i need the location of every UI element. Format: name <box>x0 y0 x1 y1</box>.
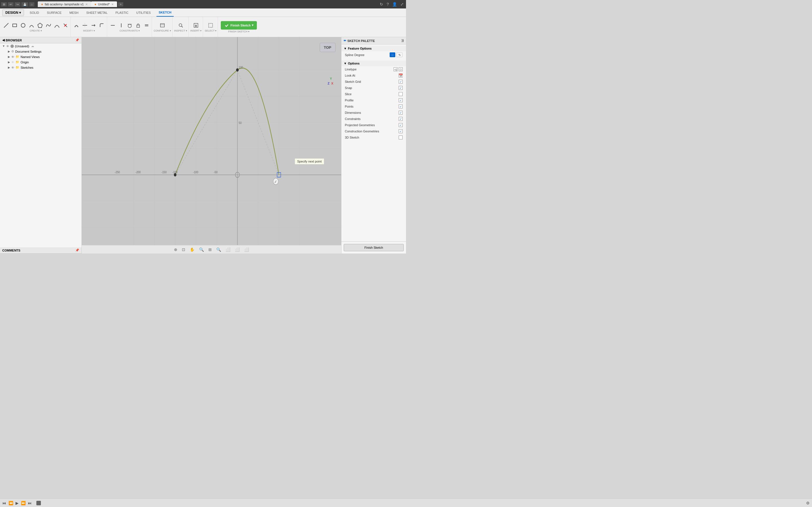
circle-tool[interactable] <box>19 22 27 29</box>
redo-button[interactable]: ↪ <box>15 2 20 6</box>
axes-indicator: Y Z X <box>327 76 333 86</box>
comments-pin-icon[interactable]: 📌 <box>75 248 79 252</box>
finish-sketch-button[interactable]: Finish Sketch ▾ <box>221 21 257 30</box>
projected-geometries-checkbox[interactable]: ✓ <box>399 123 403 127</box>
browser-collapse-icon[interactable]: ◀ <box>2 38 4 42</box>
slice-checkbox[interactable] <box>399 92 403 96</box>
zoom-in-btn[interactable]: 🔍 <box>215 247 222 252</box>
tab-untitled-close[interactable]: ✕ <box>111 3 114 6</box>
window-icon[interactable]: ⤢ <box>399 2 405 6</box>
insert-btn[interactable] <box>192 22 200 29</box>
finish-sketch-dropdown-icon[interactable]: ▾ <box>252 23 253 27</box>
undo-button[interactable]: ↩ <box>8 2 13 6</box>
constrain-horizontal[interactable] <box>109 22 117 29</box>
home-button[interactable]: ⌂ <box>29 2 35 6</box>
origin-eye-icon[interactable]: 👁 <box>11 61 14 64</box>
trim-modify-tool[interactable] <box>81 22 89 29</box>
profile-checkbox[interactable]: ✓ <box>399 98 403 102</box>
conic-tool[interactable] <box>53 22 61 29</box>
arc-tool[interactable] <box>28 22 36 29</box>
dimensions-checkbox[interactable]: ✓ <box>399 111 403 115</box>
tab-sheet-metal[interactable]: SHEET METAL <box>84 8 110 17</box>
browser-named-views[interactable]: ▶ 👁 📁 Named Views <box>0 54 82 59</box>
browser-sketches[interactable]: ▶ 👁 📁 Sketches <box>0 65 82 70</box>
browser-document-settings[interactable]: ▶ ⚙ Document Settings <box>0 49 82 54</box>
zoom-out-btn[interactable]: 🔍 <box>198 247 205 252</box>
tab-untitled[interactable]: ● Untitled* ✕ <box>91 1 117 7</box>
select-btn[interactable] <box>207 22 214 29</box>
view-cube-label[interactable]: TOP <box>320 43 336 52</box>
svg-line-0 <box>4 23 8 27</box>
doc-settings-label: Document Settings <box>15 50 42 53</box>
user-icon[interactable]: 👤 <box>391 2 398 6</box>
display-mode-3[interactable]: ⬜ <box>243 247 250 252</box>
tab-mesh[interactable]: MESH <box>67 8 81 17</box>
browser-pin-icon[interactable]: 📌 <box>75 38 79 42</box>
sketches-eye-icon[interactable]: 👁 <box>11 66 14 69</box>
canvas-area[interactable]: ✓ 100 50 -100 -100 -50 -200 -250 -150 Sp… <box>82 37 341 253</box>
offset-tool[interactable] <box>72 22 80 29</box>
spline-degree-btn-1[interactable]: ∿ <box>396 52 403 57</box>
rectangle-tool[interactable] <box>11 22 18 29</box>
3d-sketch-checkbox[interactable] <box>399 135 403 139</box>
views-eye-icon[interactable]: 👁 <box>11 55 14 59</box>
origin-chevron: ▶ <box>8 61 10 64</box>
design-button[interactable]: DESIGN ▾ <box>2 9 24 16</box>
tab-sketch[interactable]: SKETCH <box>156 8 174 17</box>
tab-utilities[interactable]: UTILITIES <box>134 8 153 17</box>
display-mode-1[interactable]: ⬜ <box>224 247 232 252</box>
option-snap: Snap ✓ <box>342 85 406 91</box>
zoom-fit-btn[interactable]: ⊞ <box>207 247 213 252</box>
feature-options-header[interactable]: ▼ Feature Options <box>342 46 406 51</box>
display-mode-2[interactable]: ⬜ <box>234 247 241 252</box>
snap-checkbox[interactable]: ✓ <box>399 86 403 90</box>
finish-sketch-panel: Finish Sketch <box>342 241 406 253</box>
fillet-tool[interactable] <box>98 22 106 29</box>
option-projected-geometries: Projected Geometries ✓ <box>342 122 406 128</box>
finish-sketch-palette-button[interactable]: Finish Sketch <box>344 244 404 251</box>
inspect-btn[interactable] <box>177 22 185 29</box>
new-tab-button[interactable]: + <box>118 2 123 6</box>
tab-lampshade[interactable]: ● fab academy- lampshade v1 ✕ <box>38 1 91 7</box>
help-icon[interactable]: ? <box>386 2 390 6</box>
polygon-tool[interactable] <box>36 22 44 29</box>
palette-expand-icon[interactable]: ⟩⟩ <box>402 39 404 43</box>
line-tool[interactable] <box>2 22 10 29</box>
palette-header: ✏ SKETCH PALETTE ⟩⟩ <box>342 37 406 45</box>
sync-icon[interactable]: ↻ <box>378 2 384 6</box>
tab-solid[interactable]: SOLID <box>28 8 41 17</box>
finish-sketch-label-bar: FINISH SKETCH ▾ <box>228 30 250 33</box>
sketch-grid-checkbox[interactable]: ✓ <box>399 80 403 83</box>
snap-btn[interactable]: ⊕ <box>173 247 179 252</box>
tab-surface[interactable]: SURFACE <box>45 8 64 17</box>
save-button[interactable]: 💾 <box>21 2 28 6</box>
browser-root[interactable]: ▼ 👁 (Unsaved) ☁ <box>0 43 82 49</box>
constrain-tangent[interactable] <box>126 22 134 29</box>
grid-btn[interactable]: ⊡ <box>181 247 186 252</box>
extend-tool[interactable] <box>89 22 97 29</box>
pan-btn[interactable]: ✋ <box>189 247 196 252</box>
trim-tool[interactable] <box>61 22 69 29</box>
construction-geometries-checkbox[interactable]: ✓ <box>399 129 403 133</box>
constrain-vertical[interactable] <box>117 22 125 29</box>
eye-icon-root[interactable]: 👁 <box>6 45 9 48</box>
spline-degree-btn-0[interactable]: □ <box>390 52 395 57</box>
tab-lampshade-close[interactable]: ✕ <box>86 3 88 6</box>
view-cube[interactable]: TOP <box>320 43 336 52</box>
spline-tool[interactable] <box>45 22 52 29</box>
constrain-equal[interactable] <box>143 22 151 29</box>
constrain-lock[interactable] <box>134 22 142 29</box>
doc-chevron: ▶ <box>8 50 10 53</box>
options-header[interactable]: ▼ Options <box>342 61 406 66</box>
constraints-checkbox[interactable]: ✓ <box>399 117 403 121</box>
root-dot <box>10 45 14 48</box>
look-at-icon[interactable]: 📅 <box>399 73 403 77</box>
tab-plastic[interactable]: PLASTIC <box>113 8 131 17</box>
linetype-icon2[interactable]: □ <box>399 67 403 71</box>
app-menu-button[interactable]: ⊞ <box>1 2 7 6</box>
browser-origin[interactable]: ▶ 👁 📁 Origin <box>0 59 82 65</box>
linetype-icon1[interactable]: ◁ <box>394 67 398 71</box>
configure-btn[interactable] <box>158 22 166 29</box>
points-checkbox[interactable]: ✓ <box>399 105 403 108</box>
palette-title: SKETCH PALETTE <box>347 39 375 43</box>
